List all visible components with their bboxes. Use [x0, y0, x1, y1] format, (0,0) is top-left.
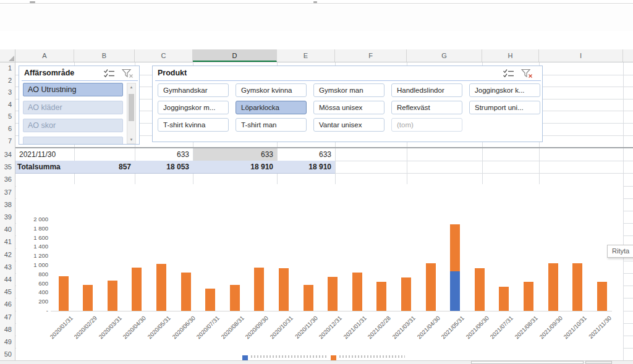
- row-header-3[interactable]: 3: [0, 87, 15, 99]
- row-header-40[interactable]: 40: [0, 223, 15, 235]
- bar-orange-2020-08-31[interactable]: [230, 285, 240, 311]
- produkt-button-l-parklocka[interactable]: Löparklocka: [236, 101, 307, 114]
- slicer-scrollbar[interactable]: ▲ ▼: [127, 83, 136, 144]
- scroll-up-icon[interactable]: ▲: [127, 83, 135, 91]
- row-header-48[interactable]: 48: [0, 323, 15, 336]
- horizontal-scrollbar-thumb[interactable]: [471, 361, 584, 364]
- slicer-affarsomrade[interactable]: Affärsområde AO UtrustningAO kläderAO sk…: [19, 66, 140, 145]
- bar-orange-2020-11-30[interactable]: [304, 285, 313, 311]
- row-header-50[interactable]: 50: [0, 348, 15, 360]
- clear-filter-icon[interactable]: [122, 69, 134, 81]
- row-header-34[interactable]: 34: [0, 148, 15, 161]
- row-header-47[interactable]: 47: [0, 311, 15, 323]
- produkt-button-handledslindor[interactable]: Handledslindor: [391, 83, 462, 97]
- cell-b35[interactable]: 857: [75, 161, 131, 173]
- bar-orange-2021-09-30[interactable]: [548, 263, 558, 311]
- bar-orange-2020-05-31[interactable]: [156, 264, 166, 311]
- bar-blue-2021-05-31[interactable]: [450, 271, 460, 311]
- row-header-44[interactable]: 44: [0, 273, 15, 286]
- row-header-42[interactable]: 42: [0, 248, 15, 261]
- row-header-5[interactable]: 5: [0, 111, 15, 123]
- bar-orange-2020-09-30[interactable]: [254, 268, 264, 311]
- produkt-button-t-shirt-man[interactable]: T-shirt man: [236, 118, 307, 132]
- row-header-6[interactable]: 6: [0, 123, 15, 135]
- row-header-2[interactable]: 2: [0, 75, 15, 87]
- bar-orange-2020-07-31[interactable]: [205, 289, 215, 311]
- horizontal-scrollbar-box[interactable]: [585, 361, 612, 364]
- row-header-7[interactable]: 7: [0, 135, 15, 148]
- produkt-button-t-shirt-kvinna[interactable]: T-shirt kvinna: [158, 118, 229, 132]
- produkt-button-vantar-unisex[interactable]: Vantar unisex: [313, 118, 384, 132]
- row-header-1[interactable]: 1: [0, 62, 15, 75]
- row-header-39[interactable]: 39: [0, 211, 15, 223]
- column-header-e[interactable]: E: [277, 49, 335, 62]
- bar-orange-2021-05-31[interactable]: [450, 224, 460, 271]
- bar-orange-2020-01-31[interactable]: [59, 276, 69, 311]
- bar-orange-2021-03-31[interactable]: [401, 277, 411, 311]
- bar-orange-2020-04-30[interactable]: [132, 268, 142, 311]
- produkt-button-joggingskor-m-[interactable]: Joggingskor m...: [158, 101, 229, 114]
- column-header-c[interactable]: C: [135, 49, 193, 62]
- bar-orange-2021-06-30[interactable]: [475, 268, 485, 311]
- bar-orange-2020-06-30[interactable]: [181, 273, 191, 311]
- pivot-chart[interactable]: 2 0001 8001 6001 4001 2001 0008006004002…: [16, 184, 623, 364]
- row-header-37[interactable]: 37: [0, 186, 15, 198]
- slicer-item-ao-kl-der[interactable]: AO kläder: [23, 101, 123, 114]
- column-header-i[interactable]: I: [539, 49, 623, 62]
- column-header-d[interactable]: D: [193, 49, 277, 62]
- cell-d35[interactable]: 18 910: [194, 161, 273, 173]
- cell-a34[interactable]: 2021/11/30: [19, 148, 81, 161]
- slicer-header-divider: [155, 80, 541, 81]
- cell-e35[interactable]: 18 910: [278, 161, 331, 173]
- column-header-a[interactable]: A: [15, 49, 74, 62]
- row-header-41[interactable]: 41: [0, 235, 15, 248]
- bar-orange-2021-11-30[interactable]: [597, 282, 607, 311]
- row-header-49[interactable]: 49: [0, 336, 15, 348]
- y-axis-tick: 600: [20, 280, 48, 287]
- produkt-button--tom-[interactable]: (tom): [391, 118, 462, 132]
- multi-select-icon[interactable]: [103, 69, 116, 81]
- produkt-button-gymskor-man[interactable]: Gymskor man: [313, 83, 384, 97]
- produkt-button-m-ssa-unisex[interactable]: Mössa unisex: [313, 101, 384, 114]
- produkt-button-joggingskor-k-[interactable]: Joggingskor k...: [469, 83, 540, 97]
- column-header-g[interactable]: G: [407, 49, 482, 62]
- cell-c35[interactable]: 18 053: [136, 161, 189, 173]
- slicer-item-clipped[interactable]: [23, 137, 123, 145]
- bar-orange-2021-08-31[interactable]: [524, 282, 533, 311]
- produkt-button-gymhandskar[interactable]: Gymhandskar: [158, 83, 229, 97]
- bar-orange-2020-10-31[interactable]: [279, 268, 289, 311]
- bar-orange-2021-04-30[interactable]: [426, 263, 436, 311]
- produkt-button-reflexv-st[interactable]: Reflexväst: [391, 101, 462, 114]
- column-header-b[interactable]: B: [74, 49, 135, 62]
- row-header-45[interactable]: 45: [0, 286, 15, 298]
- row-header-46[interactable]: 46: [0, 298, 15, 310]
- bar-orange-2020-03-31[interactable]: [108, 281, 117, 311]
- legend-swatch-orange[interactable]: [331, 355, 336, 360]
- bar-orange-2021-01-31[interactable]: [352, 273, 362, 311]
- bar-orange-2020-12-31[interactable]: [328, 277, 338, 311]
- slicer-produkt[interactable]: Produkt GymhandskarGymskor kvinnaGymskor…: [152, 66, 543, 142]
- cell-d34[interactable]: 633: [194, 148, 273, 161]
- row-header-43[interactable]: 43: [0, 261, 15, 273]
- bar-orange-2021-02-28[interactable]: [376, 282, 386, 311]
- row-header-38[interactable]: 38: [0, 198, 15, 211]
- row-header-35[interactable]: 35: [0, 161, 15, 173]
- bar-orange-2021-10-31[interactable]: [572, 263, 582, 311]
- scroll-down-icon[interactable]: ▼: [127, 136, 135, 144]
- column-header-f[interactable]: F: [335, 49, 407, 62]
- produkt-button-gymskor-kvinna[interactable]: Gymskor kvinna: [236, 83, 307, 97]
- bar-orange-2020-02-29[interactable]: [83, 285, 93, 311]
- cell-e34[interactable]: 633: [278, 148, 331, 161]
- legend-swatch-blue[interactable]: [242, 355, 248, 360]
- cell-c34[interactable]: 633: [136, 148, 189, 161]
- scrollbar-thumb[interactable]: [129, 94, 134, 121]
- clear-filter-icon[interactable]: [521, 69, 533, 81]
- row-header-4[interactable]: 4: [0, 99, 15, 111]
- slicer-item-ao-skor[interactable]: AO skor: [23, 119, 123, 132]
- bar-orange-2021-07-31[interactable]: [499, 287, 509, 311]
- multi-select-icon[interactable]: [503, 69, 515, 81]
- slicer-item-ao-utrustning[interactable]: AO Utrustning: [23, 83, 123, 96]
- produkt-button-strumport-uni-[interactable]: Strumport uni...: [469, 101, 540, 114]
- column-header-h[interactable]: H: [482, 49, 539, 62]
- row-header-36[interactable]: 36: [0, 173, 15, 185]
